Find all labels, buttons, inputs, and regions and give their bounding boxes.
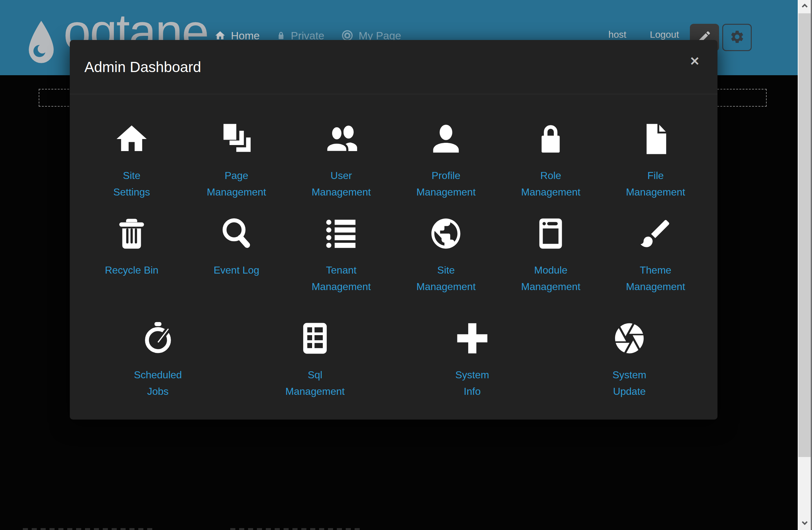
page: oqtane HomePrivateMy Page host Logout Ad… <box>0 0 812 530</box>
gear-icon <box>729 29 745 46</box>
chevron-up-icon <box>801 2 809 11</box>
home-icon <box>214 30 226 41</box>
window-edge <box>811 0 812 530</box>
tile-theme-management[interactable]: ThemeManagement <box>603 214 708 295</box>
tile-label-line: Info <box>394 383 551 400</box>
tile-system-update[interactable]: SystemUpdate <box>551 319 708 400</box>
logout-link[interactable]: Logout <box>650 29 679 40</box>
tile-label: RoleManagement <box>498 167 603 200</box>
tile-label: SiteManagement <box>394 262 498 295</box>
tile-label-line: Management <box>289 278 394 295</box>
admin-dashboard-modal: Admin Dashboard ✕ SiteSettingsPageManage… <box>70 40 717 419</box>
tile-role-management[interactable]: RoleManagement <box>498 120 603 200</box>
tile-recycle-bin[interactable]: Recycle Bin <box>79 214 184 295</box>
scrollbar-track[interactable] <box>798 0 811 530</box>
tile-label-line: Page <box>184 167 289 184</box>
tile-label-line: User <box>289 167 394 184</box>
modal-header: Admin Dashboard <box>70 40 717 94</box>
settings-button[interactable] <box>722 24 752 51</box>
tile-label-line: Management <box>394 184 498 200</box>
tile-system-info[interactable]: SystemInfo <box>394 319 551 400</box>
tile-label: ThemeManagement <box>603 262 708 295</box>
tile-label: FileManagement <box>603 167 708 200</box>
tile-label-line: Sql <box>237 367 394 383</box>
tile-label-line: Management <box>394 278 498 295</box>
scroll-up-button[interactable] <box>798 0 811 13</box>
tile-label-line: Management <box>184 184 289 200</box>
tile-label-line: Management <box>603 184 708 200</box>
tile-row: ScheduledJobsSqlManagementSystemInfoSyst… <box>79 319 708 400</box>
tile-site-management[interactable]: SiteManagement <box>394 214 498 295</box>
tile-row: SiteSettingsPageManagementUserManagement… <box>79 120 708 200</box>
tile-row: Recycle BinEvent LogTenantManagementSite… <box>79 214 708 295</box>
tile-module-management[interactable]: ModuleManagement <box>498 214 603 295</box>
tile-label-line: Site <box>394 262 498 278</box>
tile-label: SystemInfo <box>394 367 551 400</box>
home-icon <box>79 120 184 158</box>
tile-label: Recycle Bin <box>79 262 184 295</box>
plus-icon <box>394 319 551 358</box>
file-icon <box>603 120 708 158</box>
window-icon <box>498 214 603 253</box>
tile-scheduled-jobs[interactable]: ScheduledJobs <box>79 319 237 400</box>
lock-icon <box>276 31 286 40</box>
pages-icon <box>184 120 289 158</box>
tile-user-management[interactable]: UserManagement <box>289 120 394 200</box>
modal-title: Admin Dashboard <box>84 58 201 75</box>
stopwatch-icon <box>79 319 237 358</box>
tile-label-line: Tenant <box>289 262 394 278</box>
chevron-down-icon <box>801 519 809 528</box>
modal-body: SiteSettingsPageManagementUserManagement… <box>70 94 717 400</box>
tile-label-line: Management <box>498 184 603 200</box>
table-icon <box>237 319 394 358</box>
scrollbar-thumb[interactable] <box>798 13 811 457</box>
tile-label: TenantManagement <box>289 262 394 295</box>
tile-label: ModuleManagement <box>498 262 603 295</box>
tile-label-line: Management <box>603 278 708 295</box>
lock-icon <box>498 120 603 158</box>
people-icon <box>289 120 394 158</box>
scroll-down-button[interactable] <box>798 517 811 530</box>
aperture-icon <box>551 319 708 358</box>
vertical-scrollbar[interactable] <box>798 0 812 530</box>
tile-label-line: Profile <box>394 167 498 184</box>
tile-event-log[interactable]: Event Log <box>184 214 289 295</box>
tile-label: ScheduledJobs <box>79 367 237 400</box>
tile-label: PageManagement <box>184 167 289 200</box>
tile-label-line: Management <box>237 383 394 400</box>
tile-label-line: Scheduled <box>79 367 237 383</box>
user-links: host Logout <box>608 29 679 40</box>
tile-sql-management[interactable]: SqlManagement <box>237 319 394 400</box>
list-icon <box>289 214 394 253</box>
tile-label-line: Recycle Bin <box>79 262 184 278</box>
tile-label-line: Update <box>551 383 708 400</box>
clipped-footer-content <box>23 528 156 530</box>
tile-label-line: System <box>394 367 551 383</box>
tile-tenant-management[interactable]: TenantManagement <box>289 214 394 295</box>
magnifier-icon <box>184 214 289 253</box>
tile-label-line: Management <box>498 278 603 295</box>
brush-icon <box>603 214 708 253</box>
user-link-host[interactable]: host <box>608 29 626 40</box>
tile-label: ProfileManagement <box>394 167 498 200</box>
tile-label-line: Module <box>498 262 603 278</box>
oqtane-logo-icon <box>24 20 59 66</box>
tile-file-management[interactable]: FileManagement <box>603 120 708 200</box>
person-icon <box>394 120 498 158</box>
tile-label-line: Event Log <box>184 262 289 278</box>
clipped-footer-content <box>230 528 361 530</box>
tile-label-line: Site <box>79 167 184 184</box>
tile-label-line: Settings <box>79 184 184 200</box>
tile-site-settings[interactable]: SiteSettings <box>79 120 184 200</box>
globe-icon <box>394 214 498 253</box>
tile-label: SiteSettings <box>79 167 184 200</box>
tile-label: SqlManagement <box>237 367 394 400</box>
close-icon[interactable]: ✕ <box>690 55 700 67</box>
tile-label: UserManagement <box>289 167 394 200</box>
tile-label-line: System <box>551 367 708 383</box>
trash-icon <box>79 214 184 253</box>
tile-profile-management[interactable]: ProfileManagement <box>394 120 498 200</box>
tile-page-management[interactable]: PageManagement <box>184 120 289 200</box>
tile-label-line: Theme <box>603 262 708 278</box>
tile-label: Event Log <box>184 262 289 295</box>
